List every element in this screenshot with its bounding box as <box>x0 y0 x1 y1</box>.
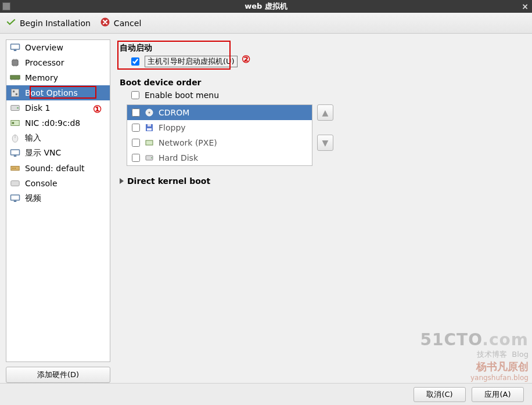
sidebar-item-label: Sound: default <box>25 164 85 173</box>
boot-device-row-network[interactable]: Network (PXE) <box>127 135 312 150</box>
sidebar-item-label: 视频 <box>25 193 41 204</box>
monitor-icon <box>10 194 20 203</box>
footer: 取消(C) 应用(A) <box>0 383 532 405</box>
cancel-toolbar-label: Cancel <box>114 19 141 28</box>
svg-rect-27 <box>146 140 153 145</box>
boot-device-checkbox[interactable] <box>132 139 140 147</box>
svg-rect-1 <box>11 44 20 49</box>
hdd-icon <box>145 153 154 162</box>
boot-device-checkbox[interactable] <box>132 124 140 132</box>
mouse-icon <box>10 133 20 143</box>
annotation-number-2: ② <box>242 53 250 66</box>
boot-order-group: Boot device order Enable boot menu CDROM… <box>120 78 523 166</box>
annotation-number-1: ① <box>93 103 102 115</box>
apply-button[interactable]: 应用(A) <box>472 387 524 402</box>
sidebar-item-nic[interactable]: NIC :d0:9c:d8 <box>6 115 110 131</box>
cancel-toolbar-button[interactable]: Cancel <box>100 17 141 29</box>
sidebar-item-label: Overview <box>25 43 63 52</box>
boot-device-checkbox[interactable] <box>132 109 140 117</box>
boot-device-row-cdrom[interactable]: CDROM <box>127 105 312 120</box>
svg-rect-7 <box>16 93 17 95</box>
svg-rect-2 <box>14 50 17 51</box>
svg-rect-26 <box>147 128 152 131</box>
nic-icon <box>145 138 154 147</box>
sidebar-item-overview[interactable]: Overview <box>6 40 110 55</box>
boot-device-label: Floppy <box>159 123 186 132</box>
sidebar-item-label: 显示 VNC <box>25 148 61 158</box>
svg-point-29 <box>151 157 152 158</box>
move-down-button[interactable]: ▼ <box>317 135 333 151</box>
content-pane: 自动启动 主机引导时启动虚拟机(U) ② Boot device order E… <box>116 39 526 383</box>
sidebar-item-memory[interactable]: Memory <box>6 70 110 85</box>
ram-icon <box>10 73 20 82</box>
svg-rect-6 <box>13 91 15 92</box>
sidebar-item-label: NIC :d0:9c:d8 <box>25 118 80 128</box>
svg-point-23 <box>149 112 150 114</box>
triangle-right-icon <box>120 178 124 184</box>
add-hardware-button[interactable]: 添加硬件(D) <box>6 367 110 383</box>
svg-rect-14 <box>11 150 20 155</box>
boot-icon <box>10 88 20 97</box>
sound-icon <box>10 164 20 173</box>
svg-rect-20 <box>11 195 20 200</box>
sidebar-item-processor[interactable]: Processor <box>6 55 110 70</box>
sidebar-item-label: Boot Options <box>25 88 78 97</box>
sidebar-item-console[interactable]: Console <box>6 176 110 191</box>
direct-kernel-boot-expander[interactable]: Direct kernel boot <box>120 176 523 186</box>
boot-device-checkbox[interactable] <box>132 154 140 162</box>
direct-kernel-boot-label: Direct kernel boot <box>127 176 210 186</box>
sidebar-list: Overview Processor Memory Boot Options D… <box>6 39 110 362</box>
autostart-title: 自动启动 <box>120 43 523 53</box>
nic-icon <box>10 118 20 128</box>
sidebar-item-label: Memory <box>25 73 58 82</box>
svg-rect-11 <box>12 122 15 124</box>
sidebar-item-label: 输入 <box>25 133 41 143</box>
sidebar-item-label: Console <box>25 179 57 188</box>
svg-rect-25 <box>148 124 151 126</box>
svg-rect-4 <box>10 75 20 79</box>
sidebar-item-label: Processor <box>25 58 64 67</box>
enable-boot-menu-checkbox[interactable] <box>131 91 139 99</box>
boot-device-label: Hard Disk <box>159 153 198 162</box>
monitor-icon <box>10 43 20 52</box>
sidebar-item-video[interactable]: 视频 <box>6 191 110 206</box>
sidebar: Overview Processor Memory Boot Options D… <box>6 39 110 383</box>
begin-installation-label: Begin Installation <box>20 19 91 28</box>
close-icon[interactable]: × <box>522 2 529 11</box>
svg-rect-3 <box>12 60 18 66</box>
enable-boot-menu-label: Enable boot menu <box>145 91 219 100</box>
begin-installation-button[interactable]: Begin Installation <box>6 17 91 29</box>
svg-rect-19 <box>11 181 19 186</box>
svg-point-18 <box>15 168 16 169</box>
sidebar-item-sound[interactable]: Sound: default <box>6 161 110 176</box>
sidebar-item-input[interactable]: 输入 <box>6 131 110 146</box>
arrow-down-icon: ▼ <box>322 138 329 147</box>
autostart-checkbox-label[interactable]: 主机引导时启动虚拟机(U) <box>145 56 238 67</box>
boot-device-label: CDROM <box>159 108 189 117</box>
disk-icon <box>10 103 20 113</box>
svg-rect-21 <box>14 201 17 202</box>
svg-rect-15 <box>14 156 17 157</box>
window-title: web 虚拟机 <box>245 1 287 12</box>
arrow-up-icon: ▲ <box>322 108 329 117</box>
boot-device-row-floppy[interactable]: Floppy <box>127 120 312 135</box>
cancel-button[interactable]: 取消(C) <box>414 387 466 402</box>
toolbar: Begin Installation Cancel <box>0 13 532 34</box>
check-icon <box>6 17 16 29</box>
sidebar-item-label: Disk 1 <box>25 103 50 113</box>
sidebar-item-boot-options[interactable]: Boot Options <box>6 85 110 100</box>
boot-device-label: Network (PXE) <box>159 138 217 147</box>
boot-device-row-harddisk[interactable]: Hard Disk <box>127 150 312 165</box>
sidebar-item-display[interactable]: 显示 VNC <box>6 146 110 161</box>
svg-point-17 <box>13 168 14 169</box>
cancel-icon <box>100 17 110 29</box>
cpu-icon <box>10 58 20 67</box>
move-up-button[interactable]: ▲ <box>317 104 333 121</box>
boot-device-list[interactable]: CDROM Floppy Network (PXE) <box>127 104 312 166</box>
app-icon <box>2 2 10 10</box>
svg-point-9 <box>17 107 19 109</box>
cdrom-icon <box>145 108 154 117</box>
floppy-icon <box>145 123 154 132</box>
boot-order-title: Boot device order <box>120 78 523 87</box>
autostart-checkbox[interactable] <box>131 57 139 66</box>
